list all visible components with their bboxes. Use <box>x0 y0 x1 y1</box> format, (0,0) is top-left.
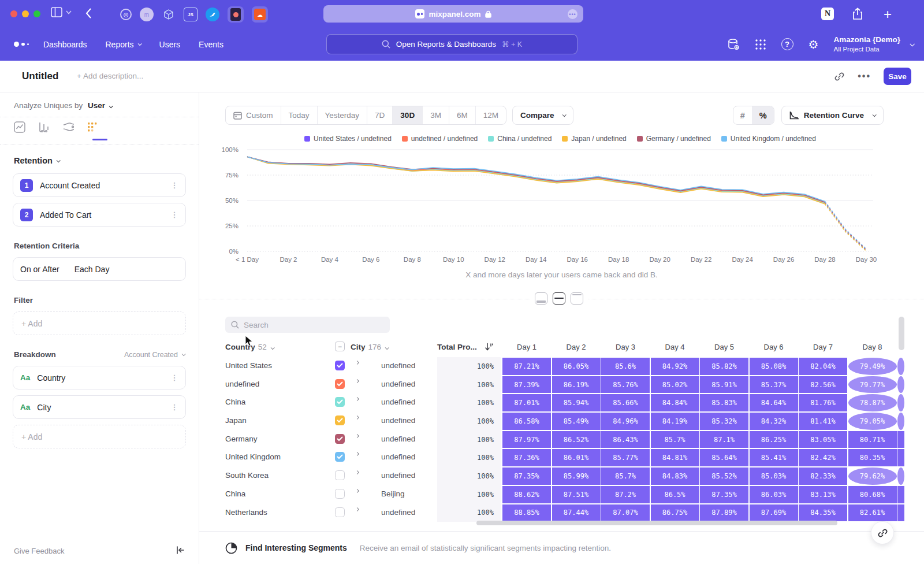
retention-cell-day3[interactable]: 84.96% <box>601 413 650 430</box>
give-feedback-link[interactable]: Give Feedback <box>14 547 64 555</box>
chart-type-dropdown[interactable]: Retention Curve <box>781 106 884 125</box>
table-row[interactable]: Germanyundefined100%87.97%86.52%86.43%85… <box>199 431 924 449</box>
day-column-header[interactable]: Day 4 <box>651 343 699 351</box>
retention-cell-day1[interactable]: 88.85% <box>502 504 551 522</box>
retention-cell-day7[interactable]: 81.76% <box>799 394 847 411</box>
table-row[interactable]: Japanundefined100%86.58%85.49%84.96%84.1… <box>199 412 924 431</box>
retention-cell-day6[interactable]: 85.41% <box>750 449 798 466</box>
expand-chevron-icon[interactable] <box>355 397 359 401</box>
row-checkbox[interactable] <box>335 361 345 370</box>
retention-step-added-to-cart[interactable]: 2Added To Cart⋮ <box>13 203 186 227</box>
kebab-menu-icon[interactable]: ⋮ <box>170 183 178 187</box>
notion-icon[interactable]: N <box>821 8 834 20</box>
retention-cell-day2[interactable]: 86.19% <box>552 376 601 394</box>
add-description-button[interactable]: + Add description... <box>77 72 143 80</box>
expand-chevron-icon[interactable] <box>355 507 359 511</box>
range-7d[interactable]: 7D <box>367 106 393 124</box>
retention-cell-day9-partial[interactable] <box>897 449 904 466</box>
retention-cell-day9-partial[interactable] <box>897 486 904 503</box>
retention-cell-day2[interactable]: 87.51% <box>552 486 601 503</box>
kebab-menu-icon[interactable]: ⋮ <box>170 213 178 217</box>
compare-button[interactable]: Compare <box>512 106 574 125</box>
table-row[interactable]: Netherlandsundefined100%88.85%87.44%87.0… <box>199 504 924 522</box>
settings-gear-icon[interactable]: ⚙ <box>808 38 819 51</box>
sidebar-toggle-icon[interactable] <box>51 7 62 17</box>
breakdown-scope-dropdown[interactable]: Account Created <box>124 351 185 359</box>
retention-section-header[interactable]: Retention <box>14 156 186 165</box>
nav-link-dashboards[interactable]: Dashboards <box>43 40 87 49</box>
extension-soundcloud-icon[interactable]: ☁ <box>252 6 268 23</box>
retention-cell-day5[interactable]: 85.32% <box>700 413 748 430</box>
retention-cell-day8[interactable]: 80.35% <box>848 449 897 466</box>
row-checkbox[interactable] <box>335 489 345 499</box>
retention-cell-day3[interactable]: 86.43% <box>601 431 650 448</box>
expand-chevron-icon[interactable] <box>355 379 359 383</box>
legend-item-germany-undefined[interactable]: Germany / undefined <box>637 135 711 143</box>
back-button[interactable] <box>85 8 92 18</box>
maximize-window-button[interactable] <box>33 10 40 17</box>
expand-chevron-icon[interactable] <box>355 415 359 420</box>
horizontal-scrollbar[interactable] <box>476 521 837 525</box>
select-all-checkbox[interactable]: − <box>335 342 345 351</box>
table-row[interactable]: United Kingdomundefined100%87.36%86.01%8… <box>199 448 924 467</box>
retention-cell-day7[interactable]: 82.33% <box>799 467 847 485</box>
collapse-sidebar-icon[interactable] <box>176 546 185 555</box>
row-checkbox[interactable] <box>335 379 345 389</box>
minimize-window-button[interactable] <box>22 10 29 17</box>
retention-cell-day6[interactable]: 85.37% <box>750 376 798 394</box>
extension-bird-icon[interactable] <box>206 8 219 21</box>
retention-cell-day1[interactable]: 88.62% <box>502 486 551 503</box>
breakdown-country[interactable]: AaCountry⋮ <box>13 366 186 389</box>
retention-cell-day4[interactable]: 84.19% <box>651 413 699 430</box>
share-link-fab[interactable] <box>871 521 894 544</box>
url-bar[interactable]: mixpanel.com ••• <box>323 5 583 23</box>
retention-cell-day6[interactable]: 86.03% <box>750 486 798 503</box>
retention-cell-day4[interactable]: 84.81% <box>651 449 699 466</box>
range-custom[interactable]: Custom <box>226 106 281 124</box>
view-chart-only-button[interactable] <box>535 292 547 305</box>
share-icon[interactable] <box>852 8 863 20</box>
extension-mixpanel-icon[interactable] <box>228 6 244 23</box>
retention-cell-day4[interactable]: 84.92% <box>651 358 699 375</box>
expand-chevron-icon[interactable] <box>355 489 359 493</box>
retention-cell-day4[interactable]: 86.5% <box>651 486 699 503</box>
row-checkbox[interactable] <box>335 507 345 517</box>
retention-cell-day6[interactable]: 85.03% <box>750 467 798 485</box>
retention-cell-day8[interactable]: 79.62% <box>848 467 897 485</box>
retention-cell-day7[interactable]: 83.13% <box>799 486 847 503</box>
retention-cell-day3[interactable]: 85.76% <box>601 376 650 394</box>
retention-cell-day2[interactable]: 85.94% <box>552 394 601 411</box>
close-window-button[interactable] <box>10 10 17 17</box>
retention-cell-day2[interactable]: 85.99% <box>552 467 601 485</box>
retention-cell-day2[interactable]: 86.05% <box>552 358 601 375</box>
range-30d[interactable]: 30D <box>393 106 423 124</box>
breakdown-city[interactable]: AaCity⋮ <box>13 395 186 419</box>
sort-descending-icon[interactable] <box>485 342 494 351</box>
retention-cell-day3[interactable]: 85.7% <box>601 467 650 485</box>
kebab-menu-icon[interactable]: ⋮ <box>170 376 178 380</box>
retention-cell-day8[interactable]: 82.61% <box>848 504 897 522</box>
expand-chevron-icon[interactable] <box>355 361 359 365</box>
retention-cell-day7[interactable]: 82.56% <box>799 376 847 394</box>
retention-cell-day5[interactable]: 85.83% <box>700 394 748 411</box>
retention-cell-day5[interactable]: 85.91% <box>700 376 748 394</box>
day-column-header[interactable]: Day 7 <box>799 343 847 351</box>
range-12m[interactable]: 12M <box>476 106 506 124</box>
tab-insights-icon[interactable] <box>14 121 25 136</box>
row-checkbox[interactable] <box>335 434 345 444</box>
retention-line-chart[interactable] <box>243 147 878 254</box>
copy-link-icon[interactable] <box>834 71 845 82</box>
criteria-each-day[interactable]: Each Day <box>74 265 178 274</box>
retention-cell-day4[interactable]: 85.02% <box>651 376 699 394</box>
extension-cube-icon[interactable] <box>162 8 176 21</box>
legend-item-japan-undefined[interactable]: Japan / undefined <box>562 135 626 143</box>
table-search-input[interactable]: Search <box>225 317 390 333</box>
day-column-header[interactable]: Day 3 <box>601 343 650 351</box>
day-column-header[interactable]: Day 2 <box>552 343 601 351</box>
row-checkbox[interactable] <box>335 452 345 462</box>
retention-cell-day8[interactable]: 78.87% <box>848 394 897 411</box>
view-split-button[interactable] <box>553 292 565 305</box>
retention-cell-day9-partial[interactable] <box>897 394 904 411</box>
retention-cell-day5[interactable]: 85.64% <box>700 449 748 466</box>
row-checkbox[interactable] <box>335 397 345 407</box>
